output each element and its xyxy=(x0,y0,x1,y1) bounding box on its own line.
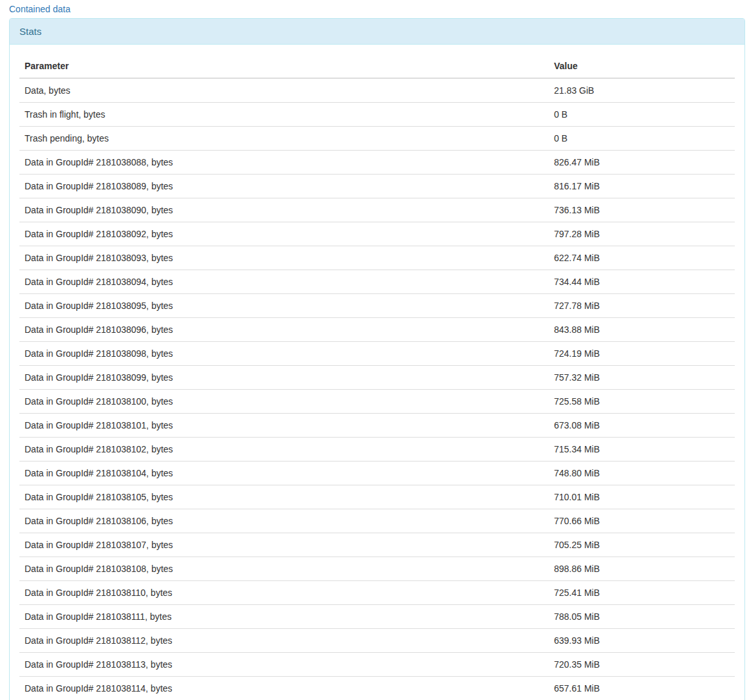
parameter-cell: Data in GroupId# 2181038112, bytes xyxy=(19,629,549,653)
table-row: Data in GroupId# 2181038094, bytes734.44… xyxy=(19,270,735,294)
table-row: Data in GroupId# 2181038111, bytes788.05… xyxy=(19,605,735,629)
value-cell: 725.58 MiB xyxy=(549,390,735,414)
value-cell: 826.47 MiB xyxy=(549,151,735,175)
parameter-cell: Data in GroupId# 2181038104, bytes xyxy=(19,461,549,485)
parameter-cell: Data in GroupId# 2181038113, bytes xyxy=(19,653,549,677)
value-cell: 657.61 MiB xyxy=(549,677,735,700)
table-row: Data in GroupId# 2181038099, bytes757.32… xyxy=(19,366,735,390)
parameter-cell: Data in GroupId# 2181038110, bytes xyxy=(19,581,549,605)
stats-panel-heading: Stats xyxy=(10,19,744,45)
parameter-cell: Data in GroupId# 2181038089, bytes xyxy=(19,175,549,198)
table-row: Data in GroupId# 2181038095, bytes727.78… xyxy=(19,294,735,318)
parameter-cell: Data in GroupId# 2181038096, bytes xyxy=(19,318,549,342)
table-row: Data, bytes21.83 GiB xyxy=(19,78,735,103)
value-cell: 898.86 MiB xyxy=(549,557,735,581)
stats-table: Parameter Value Data, bytes21.83 GiBTras… xyxy=(19,54,735,700)
value-cell: 639.93 MiB xyxy=(549,629,735,653)
page: Contained data Stats Parameter Value Dat… xyxy=(0,0,749,700)
parameter-cell: Data in GroupId# 2181038092, bytes xyxy=(19,222,549,246)
contained-data-link[interactable]: Contained data xyxy=(9,3,70,15)
value-cell: 736.13 MiB xyxy=(549,198,735,222)
value-cell: 0 B xyxy=(549,103,735,127)
parameter-cell: Data in GroupId# 2181038100, bytes xyxy=(19,390,549,414)
value-cell: 673.08 MiB xyxy=(549,414,735,438)
parameter-cell: Data in GroupId# 2181038108, bytes xyxy=(19,557,549,581)
table-row: Data in GroupId# 2181038105, bytes710.01… xyxy=(19,485,735,509)
stats-panel-title: Stats xyxy=(19,26,41,37)
parameter-cell: Data in GroupId# 2181038088, bytes xyxy=(19,151,549,175)
table-row: Data in GroupId# 2181038104, bytes748.80… xyxy=(19,461,735,485)
table-row: Data in GroupId# 2181038112, bytes639.93… xyxy=(19,629,735,653)
stats-panel: Stats Parameter Value Data, bytes21.83 G… xyxy=(9,18,745,700)
value-cell: 715.34 MiB xyxy=(549,438,735,461)
stats-table-head: Parameter Value xyxy=(19,54,735,78)
parameter-cell: Data in GroupId# 2181038106, bytes xyxy=(19,509,549,533)
value-column-header: Value xyxy=(549,54,735,78)
value-cell: 0 B xyxy=(549,127,735,151)
parameter-cell: Data in GroupId# 2181038095, bytes xyxy=(19,294,549,318)
value-cell: 797.28 MiB xyxy=(549,222,735,246)
table-row: Data in GroupId# 2181038092, bytes797.28… xyxy=(19,222,735,246)
value-cell: 843.88 MiB xyxy=(549,318,735,342)
parameter-cell: Data in GroupId# 2181038093, bytes xyxy=(19,246,549,270)
value-cell: 816.17 MiB xyxy=(549,175,735,198)
table-row: Data in GroupId# 2181038114, bytes657.61… xyxy=(19,677,735,700)
table-row: Data in GroupId# 2181038100, bytes725.58… xyxy=(19,390,735,414)
value-cell: 788.05 MiB xyxy=(549,605,735,629)
parameter-cell: Data, bytes xyxy=(19,78,549,103)
stats-table-header-row: Parameter Value xyxy=(19,54,735,78)
stats-table-body: Data, bytes21.83 GiBTrash in flight, byt… xyxy=(19,78,735,700)
table-row: Data in GroupId# 2181038098, bytes724.19… xyxy=(19,342,735,366)
value-cell: 734.44 MiB xyxy=(549,270,735,294)
table-row: Data in GroupId# 2181038088, bytes826.47… xyxy=(19,151,735,175)
value-cell: 727.78 MiB xyxy=(549,294,735,318)
parameter-cell: Trash in flight, bytes xyxy=(19,103,549,127)
stats-panel-body: Parameter Value Data, bytes21.83 GiBTras… xyxy=(10,45,744,700)
table-row: Data in GroupId# 2181038113, bytes720.35… xyxy=(19,653,735,677)
table-row: Data in GroupId# 2181038093, bytes622.74… xyxy=(19,246,735,270)
table-row: Trash in flight, bytes0 B xyxy=(19,103,735,127)
parameter-column-header: Parameter xyxy=(19,54,549,78)
parameter-cell: Data in GroupId# 2181038114, bytes xyxy=(19,677,549,700)
parameter-cell: Data in GroupId# 2181038098, bytes xyxy=(19,342,549,366)
table-row: Data in GroupId# 2181038090, bytes736.13… xyxy=(19,198,735,222)
parameter-cell: Data in GroupId# 2181038094, bytes xyxy=(19,270,549,294)
value-cell: 724.19 MiB xyxy=(549,342,735,366)
parameter-cell: Data in GroupId# 2181038090, bytes xyxy=(19,198,549,222)
table-row: Data in GroupId# 2181038102, bytes715.34… xyxy=(19,438,735,461)
parameter-cell: Data in GroupId# 2181038101, bytes xyxy=(19,414,549,438)
table-row: Trash pending, bytes0 B xyxy=(19,127,735,151)
value-cell: 21.83 GiB xyxy=(549,78,735,103)
table-row: Data in GroupId# 2181038089, bytes816.17… xyxy=(19,175,735,198)
parameter-cell: Data in GroupId# 2181038099, bytes xyxy=(19,366,549,390)
parameter-cell: Trash pending, bytes xyxy=(19,127,549,151)
value-cell: 720.35 MiB xyxy=(549,653,735,677)
value-cell: 748.80 MiB xyxy=(549,461,735,485)
table-row: Data in GroupId# 2181038110, bytes725.41… xyxy=(19,581,735,605)
value-cell: 770.66 MiB xyxy=(549,509,735,533)
parameter-cell: Data in GroupId# 2181038107, bytes xyxy=(19,533,549,557)
parameter-cell: Data in GroupId# 2181038111, bytes xyxy=(19,605,549,629)
table-row: Data in GroupId# 2181038101, bytes673.08… xyxy=(19,414,735,438)
table-row: Data in GroupId# 2181038106, bytes770.66… xyxy=(19,509,735,533)
table-row: Data in GroupId# 2181038107, bytes705.25… xyxy=(19,533,735,557)
table-row: Data in GroupId# 2181038108, bytes898.86… xyxy=(19,557,735,581)
value-cell: 622.74 MiB xyxy=(549,246,735,270)
table-row: Data in GroupId# 2181038096, bytes843.88… xyxy=(19,318,735,342)
value-cell: 725.41 MiB xyxy=(549,581,735,605)
value-cell: 757.32 MiB xyxy=(549,366,735,390)
parameter-cell: Data in GroupId# 2181038105, bytes xyxy=(19,485,549,509)
parameter-cell: Data in GroupId# 2181038102, bytes xyxy=(19,438,549,461)
value-cell: 705.25 MiB xyxy=(549,533,735,557)
value-cell: 710.01 MiB xyxy=(549,485,735,509)
